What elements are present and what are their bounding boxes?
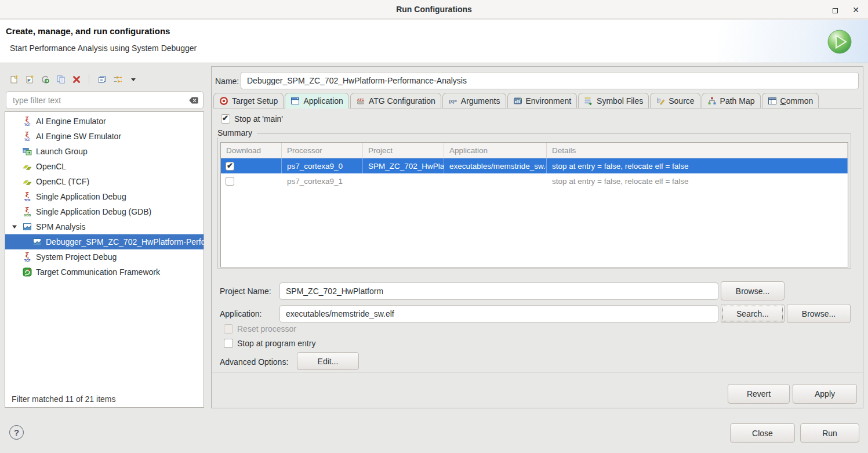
configurations-tree: ξTCFAI Engine EmulatorξTCFAI Engine SW E… — [5, 114, 204, 280]
revert-button[interactable]: Revert — [728, 384, 790, 404]
tab-label: Path Map — [720, 96, 755, 106]
filter-launch-configurations-button[interactable] — [110, 72, 125, 87]
tab-environment[interactable]: Environment — [507, 93, 578, 108]
tree-item[interactable]: ξTCFAI Engine Emulator — [5, 114, 204, 129]
tree-item-label: Debugger_SPM_ZC_702_HwPlatform-Performan… — [46, 237, 204, 247]
apply-button[interactable]: Apply — [793, 384, 857, 404]
tab-common[interactable]: Common — [762, 93, 819, 108]
export-config-icon — [41, 75, 50, 84]
svg-text:TCF: TCF — [24, 138, 31, 142]
new-launch-configuration-prototype-button[interactable]: P — [21, 72, 37, 87]
tree-item[interactable]: SPM Analysis — [5, 219, 204, 234]
header-title: Create, manage, and run configurations — [6, 26, 170, 36]
collapse-all-button[interactable] — [94, 72, 110, 87]
run-button[interactable]: Run — [800, 423, 859, 443]
download-cell — [221, 158, 282, 173]
tree-item[interactable]: Launch Group — [5, 144, 204, 159]
column-header[interactable]: Details — [547, 143, 848, 158]
reset-processor-checkbox — [224, 324, 233, 334]
tab-label: Symbol Files — [597, 96, 643, 106]
symbol-files-icon — [584, 96, 593, 106]
advanced-options-edit-button[interactable]: Edit... — [297, 352, 359, 370]
tree-item-label: SPM Analysis — [36, 222, 86, 231]
dialog-header: Create, manage, and run configurations S… — [0, 20, 868, 63]
tab-source[interactable]: Source — [650, 93, 700, 108]
collapse-all-icon — [97, 75, 107, 84]
column-header[interactable]: Application — [444, 143, 547, 158]
duplicate-launch-configuration-button[interactable] — [53, 72, 68, 87]
toolbar-separator — [89, 74, 89, 85]
application-search-button[interactable]: Search... — [721, 304, 785, 323]
stop-at-program-entry-checkbox[interactable] — [224, 339, 233, 348]
configurations-tree-panel: ξTCFAI Engine EmulatorξTCFAI Engine SW E… — [5, 111, 204, 408]
tcf-debug-icon: ξTCF — [23, 132, 32, 141]
tab-path-map[interactable]: Path Map — [702, 93, 761, 108]
tab-atg-configuration[interactable]: ATGATG Configuration — [350, 93, 441, 108]
filter-status: Filter matched 11 of 21 items — [12, 394, 115, 404]
tree-item[interactable]: OpenCL — [5, 159, 204, 174]
project-name-label: Project Name: — [220, 287, 271, 296]
new-launch-configuration-button[interactable] — [6, 72, 21, 87]
tcf-debug-icon: ξTCF — [23, 192, 32, 201]
opencl-icon — [23, 177, 32, 186]
tab-symbol-files[interactable]: Symbol Files — [578, 93, 649, 108]
app-window-icon — [290, 96, 300, 106]
gdb-debug-icon: ξGDB — [23, 207, 32, 216]
window-title: Run Configurations — [0, 0, 868, 19]
tab-target-setup[interactable]: Target Setup — [213, 93, 284, 108]
column-header[interactable]: Processor — [282, 143, 363, 158]
view-menu-button[interactable] — [125, 72, 141, 87]
application-browse-button[interactable]: Browse... — [787, 304, 851, 323]
tree-item[interactable]: Target Communication Framework — [5, 264, 204, 280]
tree-item[interactable]: Debugger_SPM_ZC_702_HwPlatform-Performan… — [5, 234, 204, 249]
maximize-button[interactable] — [827, 2, 842, 17]
titlebar: Run Configurations ✕ — [0, 0, 868, 19]
window-close-button[interactable]: ✕ — [848, 2, 863, 17]
download-checkbox[interactable] — [226, 177, 234, 186]
svg-text:(x)=: (x)= — [449, 99, 457, 104]
column-header[interactable]: Download — [221, 143, 282, 158]
tree-item-label: OpenCL — [36, 162, 66, 171]
processor-cell: ps7_cortexa9_1 — [282, 173, 363, 189]
tree-item[interactable]: OpenCL (TCF) — [5, 174, 204, 189]
application-input[interactable] — [279, 305, 718, 322]
duplicate-icon — [56, 75, 66, 84]
summary-table: DownloadProcessorProjectApplicationDetai… — [220, 142, 848, 267]
question-circle-icon: ? — [14, 427, 19, 437]
stop-at-main-checkbox[interactable] — [221, 114, 230, 124]
svg-text:GDB: GDB — [24, 213, 31, 217]
opencl-icon — [23, 162, 32, 171]
project-browse-button[interactable]: Browse... — [721, 281, 785, 300]
download-checkbox[interactable] — [226, 162, 234, 171]
tab-arguments[interactable]: (x)=Arguments — [442, 93, 506, 108]
source-icon — [656, 96, 665, 106]
target-icon — [219, 96, 228, 106]
project-name-input[interactable] — [279, 282, 718, 300]
export-launch-configurations-button[interactable] — [37, 72, 53, 87]
tab-label: Target Setup — [232, 96, 278, 106]
advanced-options-label: Advanced Options: — [220, 357, 288, 367]
close-button[interactable]: Close — [730, 423, 795, 443]
tcf-debug-icon: ξTCF — [23, 117, 32, 126]
stop-at-main-label: Stop at 'main' — [234, 114, 283, 124]
tree-item[interactable]: ξGDBSingle Application Debug (GDB) — [5, 204, 204, 219]
filter-input[interactable] — [6, 92, 203, 108]
close-icon: ✕ — [852, 5, 859, 15]
new-prototype-icon: P — [25, 75, 34, 84]
panel-divider — [212, 372, 863, 372]
table-row[interactable]: ps7_cortexa9_0SPM_ZC_702_HwPlatformexecu… — [221, 158, 848, 173]
tree-item[interactable]: ξTCFSystem Project Debug — [5, 249, 204, 264]
clear-filter-button[interactable] — [188, 96, 199, 105]
run-configurations-dialog: Run Configurations ✕ Create, manage, and… — [0, 0, 868, 453]
configurations-toolbar: P — [6, 71, 141, 88]
delete-launch-configuration-button[interactable] — [68, 72, 84, 87]
tree-item[interactable]: ξTCFSingle Application Debug — [5, 189, 204, 204]
help-button[interactable]: ? — [9, 425, 24, 440]
name-input[interactable] — [241, 72, 859, 89]
tab-application[interactable]: Application — [285, 93, 349, 108]
tree-item[interactable]: ξTCFAI Engine SW Emulator — [5, 129, 204, 144]
download-cell — [221, 173, 282, 189]
column-header[interactable]: Project — [363, 143, 444, 158]
table-row[interactable]: ps7_cortexa9_1stop at entry = false, rel… — [221, 173, 848, 189]
name-label: Name: — [215, 77, 239, 86]
